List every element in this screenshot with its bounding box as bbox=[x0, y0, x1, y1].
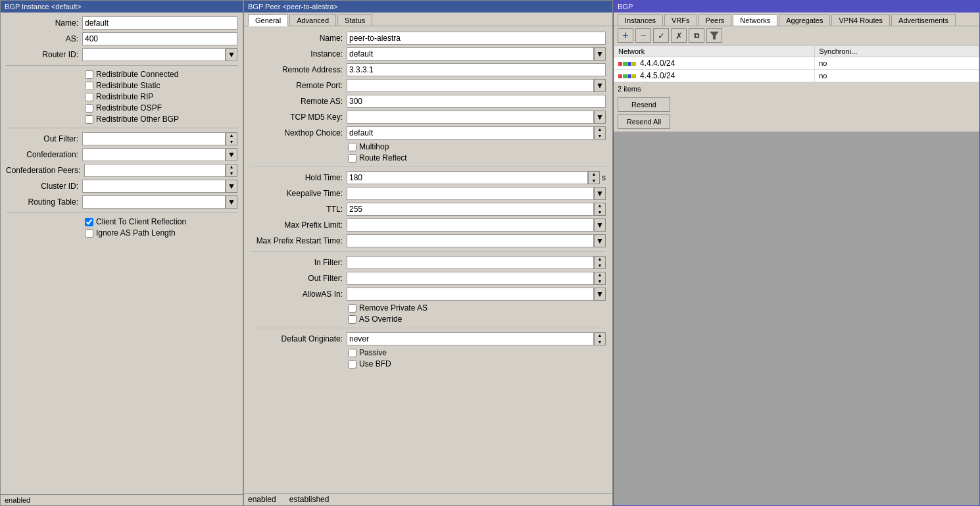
name-input[interactable] bbox=[82, 16, 237, 30]
confederation-peers-input[interactable] bbox=[84, 164, 226, 177]
remote-port-dropdown-btn[interactable]: ▼ bbox=[594, 79, 606, 92]
allowas-in-input[interactable] bbox=[347, 288, 594, 301]
remote-address-input[interactable] bbox=[347, 63, 606, 76]
peer-out-filter-field: ▲ ▼ bbox=[347, 272, 606, 285]
ttl-input[interactable] bbox=[347, 203, 594, 216]
table-row[interactable]: 4.4.5.0/24 no bbox=[614, 70, 979, 82]
tcp-md5-input[interactable] bbox=[347, 111, 594, 124]
default-originate-input[interactable] bbox=[347, 332, 594, 345]
in-filter-spin-btn[interactable]: ▲ ▼ bbox=[594, 256, 606, 269]
client-to-client-checkbox[interactable] bbox=[85, 218, 93, 226]
routing-table-dropdown-btn[interactable]: ▼ bbox=[226, 195, 237, 209]
redistribute-connected-row: Redistribute Connected bbox=[85, 70, 237, 79]
bgp-tab-vpn4-routes[interactable]: VPN4 Routes bbox=[831, 14, 890, 26]
bgp-tab-advertisements[interactable]: Advertisements bbox=[891, 14, 956, 26]
routing-table-input[interactable] bbox=[82, 195, 226, 209]
redistribute-connected-checkbox[interactable] bbox=[85, 70, 93, 79]
route-reflect-checkbox[interactable] bbox=[348, 154, 356, 163]
redistribute-static-label: Redistribute Static bbox=[96, 81, 160, 90]
router-id-dropdown-btn[interactable]: ▼ bbox=[226, 48, 237, 61]
keepalive-input[interactable] bbox=[347, 187, 594, 200]
network-icon-2 bbox=[618, 74, 636, 78]
tab-advanced[interactable]: Advanced bbox=[289, 14, 336, 26]
max-prefix-limit-dropdown-btn[interactable]: ▼ bbox=[594, 218, 606, 232]
remote-as-input[interactable] bbox=[347, 95, 606, 108]
max-prefix-restart-dropdown-btn[interactable]: ▼ bbox=[594, 234, 606, 247]
cross-btn[interactable]: ✗ bbox=[671, 28, 687, 43]
filter-icon bbox=[710, 31, 719, 40]
default-originate-row: Default Originate: ▲ ▼ bbox=[251, 332, 606, 345]
bgp-tab-aggregates[interactable]: Aggregates bbox=[779, 14, 830, 26]
use-bfd-checkbox[interactable] bbox=[348, 360, 356, 368]
as-override-checkbox[interactable] bbox=[348, 315, 356, 324]
passive-checkbox[interactable] bbox=[348, 349, 356, 357]
remote-port-input[interactable] bbox=[347, 79, 594, 92]
router-id-input[interactable] bbox=[82, 48, 226, 61]
resend-button[interactable]: Resend bbox=[618, 97, 670, 112]
routing-table-label: Routing Table: bbox=[6, 197, 78, 207]
redistribute-ospf-checkbox[interactable] bbox=[85, 104, 93, 113]
redistribute-other-bgp-checkbox[interactable] bbox=[85, 115, 93, 124]
in-filter-input[interactable] bbox=[347, 256, 594, 269]
keepalive-row: Keepalive Time: ▼ bbox=[251, 187, 606, 200]
router-id-row: Router ID: ▼ bbox=[6, 48, 237, 61]
ttl-spin-btn[interactable]: ▲ ▼ bbox=[594, 203, 606, 216]
remote-port-field: ▼ bbox=[347, 79, 606, 92]
col-network: Network bbox=[614, 46, 815, 57]
bgp-tab-peers[interactable]: Peers bbox=[698, 14, 732, 26]
check-btn[interactable]: ✓ bbox=[653, 28, 669, 43]
confederation-peers-spin-btn[interactable]: ▲ ▼ bbox=[226, 164, 237, 177]
keepalive-dropdown-btn[interactable]: ▼ bbox=[594, 187, 606, 200]
peer-out-filter-spin-btn[interactable]: ▲ ▼ bbox=[594, 272, 606, 285]
as-override-label: AS Override bbox=[359, 315, 402, 324]
remove-btn[interactable]: − bbox=[635, 28, 651, 43]
tab-status[interactable]: Status bbox=[337, 14, 372, 26]
default-originate-spin-btn[interactable]: ▲ ▼ bbox=[594, 332, 606, 345]
bgp-tab-networks[interactable]: Networks bbox=[733, 14, 777, 26]
remove-private-as-checkbox[interactable] bbox=[348, 304, 356, 313]
filter-btn[interactable] bbox=[706, 28, 722, 43]
peer-name-row: Name: bbox=[251, 32, 606, 45]
nexthop-choice-input[interactable] bbox=[347, 126, 594, 139]
route-reflect-row: Route Reflect bbox=[348, 153, 606, 163]
out-filter-input[interactable] bbox=[82, 132, 226, 145]
redistribute-rip-checkbox[interactable] bbox=[85, 93, 93, 101]
allowas-in-dropdown-btn[interactable]: ▼ bbox=[594, 288, 606, 301]
table-row[interactable]: 4.4.4.0/24 no bbox=[614, 57, 979, 70]
peer-name-input[interactable] bbox=[347, 32, 606, 45]
confederation-input[interactable] bbox=[82, 148, 226, 161]
bgp-instance-title: BGP Instance <default> bbox=[1, 1, 243, 13]
client-to-client-row: Client To Client Reflection bbox=[85, 217, 237, 226]
max-prefix-restart-input[interactable] bbox=[347, 234, 594, 247]
as-input[interactable] bbox=[82, 32, 237, 45]
bgp-tab-instances[interactable]: Instances bbox=[618, 14, 663, 26]
allowas-in-field: ▼ bbox=[347, 288, 606, 301]
hold-time-spin-btn[interactable]: ▲ ▼ bbox=[588, 171, 600, 184]
peer-instance-input[interactable] bbox=[347, 47, 594, 61]
cluster-id-dropdown-btn[interactable]: ▼ bbox=[226, 180, 237, 193]
route-reflect-label: Route Reflect bbox=[359, 153, 407, 163]
out-filter-spin-btn[interactable]: ▲ ▼ bbox=[226, 132, 237, 145]
tab-general[interactable]: General bbox=[248, 14, 288, 26]
redistribute-static-checkbox[interactable] bbox=[85, 82, 93, 90]
hold-time-input[interactable] bbox=[347, 171, 588, 184]
max-prefix-restart-label: Max Prefix Restart Time: bbox=[251, 236, 343, 245]
multihop-checkbox[interactable] bbox=[348, 143, 356, 151]
cluster-id-input[interactable] bbox=[82, 180, 226, 193]
peer-out-filter-input[interactable] bbox=[347, 272, 594, 285]
remove-private-as-row: Remove Private AS bbox=[348, 303, 606, 313]
cluster-id-label: Cluster ID: bbox=[6, 182, 78, 191]
bgp-tab-vrfs[interactable]: VRFs bbox=[664, 14, 697, 26]
resend-all-button[interactable]: Resend All bbox=[618, 114, 670, 129]
max-prefix-limit-input[interactable] bbox=[347, 218, 594, 232]
add-btn[interactable]: + bbox=[618, 28, 633, 43]
nexthop-choice-dropdown-btn[interactable]: ▲ ▼ bbox=[594, 126, 606, 139]
peer-instance-dropdown-btn[interactable]: ▼ bbox=[594, 47, 606, 61]
max-prefix-restart-field: ▼ bbox=[347, 234, 606, 247]
tcp-md5-dropdown-btn[interactable]: ▼ bbox=[594, 111, 606, 124]
confederation-dropdown-btn[interactable]: ▼ bbox=[226, 148, 237, 161]
redistribute-rip-label: Redistribute RIP bbox=[96, 92, 153, 101]
copy-btn[interactable]: ⧉ bbox=[689, 28, 704, 43]
remove-private-as-label: Remove Private AS bbox=[359, 303, 428, 313]
ignore-as-path-checkbox[interactable] bbox=[85, 229, 93, 238]
